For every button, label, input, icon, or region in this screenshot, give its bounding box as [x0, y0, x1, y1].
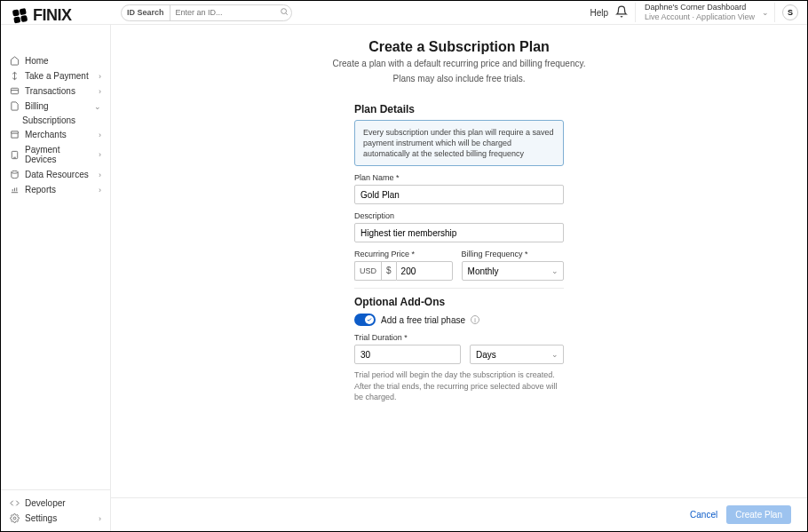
svg-point-6: [12, 171, 18, 173]
chevron-down-icon: ⌄: [94, 102, 101, 111]
description-label: Description: [354, 211, 564, 220]
chevron-right-icon: ›: [99, 514, 101, 523]
notifications-icon[interactable]: [615, 5, 628, 20]
billing-icon: [10, 101, 20, 111]
sidebar-item-subscriptions[interactable]: Subscriptions: [1, 114, 110, 127]
section-optional-addons: Optional Add-Ons: [354, 296, 564, 308]
check-icon: [367, 317, 372, 322]
id-search[interactable]: ID Search: [121, 4, 292, 21]
free-trial-toggle[interactable]: [354, 314, 376, 326]
sidebar-item-label: Merchants: [25, 130, 67, 139]
description-input[interactable]: [354, 223, 564, 242]
currency-label: USD: [354, 261, 381, 281]
sidebar-item-label: Payment Devices: [25, 145, 93, 164]
create-plan-button[interactable]: Create Plan: [726, 505, 791, 524]
reports-icon: [10, 185, 20, 195]
trial-duration-unit-select[interactable]: [470, 345, 564, 364]
page-subtitle-2: Plans may also include free trials.: [111, 73, 807, 85]
svg-point-7: [13, 517, 16, 520]
developer-icon: [10, 498, 20, 508]
sidebar-item-data-resources[interactable]: Data Resources ›: [1, 167, 110, 182]
sidebar-item-label: Developer: [25, 498, 66, 508]
trial-duration-label: Trial Duration *: [354, 333, 564, 342]
cancel-button[interactable]: Cancel: [690, 510, 717, 520]
account-name: Daphne's Corner Dashboard: [645, 3, 755, 12]
trial-helper-text: Trial period will begin the day the subs…: [354, 369, 564, 401]
free-trial-label: Add a free trial phase: [381, 315, 465, 325]
section-plan-details: Plan Details: [354, 103, 564, 115]
transactions-icon: [10, 86, 20, 96]
recurring-price-input[interactable]: [396, 261, 453, 281]
logo-text: FINIX: [33, 6, 72, 25]
sidebar-item-merchants[interactable]: Merchants ›: [1, 127, 110, 142]
sidebar-item-settings[interactable]: Settings ›: [1, 511, 110, 526]
svg-line-1: [285, 13, 287, 15]
gear-icon: [10, 513, 20, 523]
info-icon[interactable]: i: [471, 315, 479, 324]
chevron-right-icon: ›: [99, 87, 101, 96]
payment-icon: [10, 71, 20, 81]
trial-duration-input[interactable]: [354, 345, 461, 364]
sidebar-item-label: Billing: [25, 101, 49, 111]
recurring-price-label: Recurring Price *: [354, 250, 453, 258]
sidebar-item-transactions[interactable]: Transactions ›: [1, 83, 110, 99]
sidebar-item-label: Settings: [25, 513, 57, 523]
chevron-right-icon: ›: [99, 186, 101, 195]
sidebar: Home Take a Payment › Transactions › Bil…: [1, 25, 111, 531]
currency-symbol: $: [381, 261, 396, 281]
svg-rect-2: [11, 88, 18, 93]
info-box: Every subscription under this plan will …: [354, 120, 564, 166]
devices-icon: [10, 150, 20, 160]
search-icon[interactable]: [277, 7, 291, 18]
sidebar-item-developer[interactable]: Developer: [1, 496, 110, 511]
home-icon: [10, 56, 20, 66]
logo[interactable]: FINIX: [3, 3, 81, 34]
search-input[interactable]: [170, 5, 277, 20]
billing-frequency-select[interactable]: [462, 261, 564, 281]
chevron-right-icon: ›: [99, 150, 101, 159]
sidebar-item-reports[interactable]: Reports ›: [1, 182, 110, 197]
sidebar-item-label: Data Resources: [25, 170, 89, 179]
chevron-right-icon: ›: [99, 72, 101, 81]
page-title: Create a Subscription Plan: [111, 39, 807, 55]
plan-name-label: Plan Name *: [354, 173, 564, 182]
sidebar-item-label: Transactions: [25, 86, 75, 96]
data-icon: [10, 170, 20, 179]
svg-point-0: [281, 9, 286, 14]
chevron-right-icon: ›: [99, 131, 101, 139]
merchants-icon: [10, 130, 20, 139]
sidebar-item-home[interactable]: Home: [1, 53, 110, 68]
sidebar-item-label: Take a Payment: [25, 71, 89, 81]
page-subtitle-1: Create a plan with a default recurring p…: [111, 58, 807, 70]
plan-name-input[interactable]: [354, 185, 564, 204]
billing-frequency-label: Billing Frequency *: [462, 250, 564, 258]
sidebar-item-label: Home: [25, 56, 49, 66]
sidebar-item-take-a-payment[interactable]: Take a Payment ›: [1, 68, 110, 83]
search-tag: ID Search: [122, 5, 170, 20]
sidebar-item-billing[interactable]: Billing ⌄: [1, 99, 110, 114]
logo-mark-icon: [12, 8, 30, 24]
avatar[interactable]: S: [782, 4, 798, 20]
sidebar-item-label: Reports: [25, 185, 56, 195]
account-switcher[interactable]: Daphne's Corner Dashboard Live Account ·…: [635, 3, 775, 22]
chevron-down-icon: ⌄: [762, 8, 769, 18]
account-sub: Live Account · Application View: [645, 12, 755, 22]
chevron-right-icon: ›: [99, 171, 101, 179]
help-link[interactable]: Help: [590, 8, 609, 18]
sidebar-item-payment-devices[interactable]: Payment Devices ›: [1, 142, 110, 167]
